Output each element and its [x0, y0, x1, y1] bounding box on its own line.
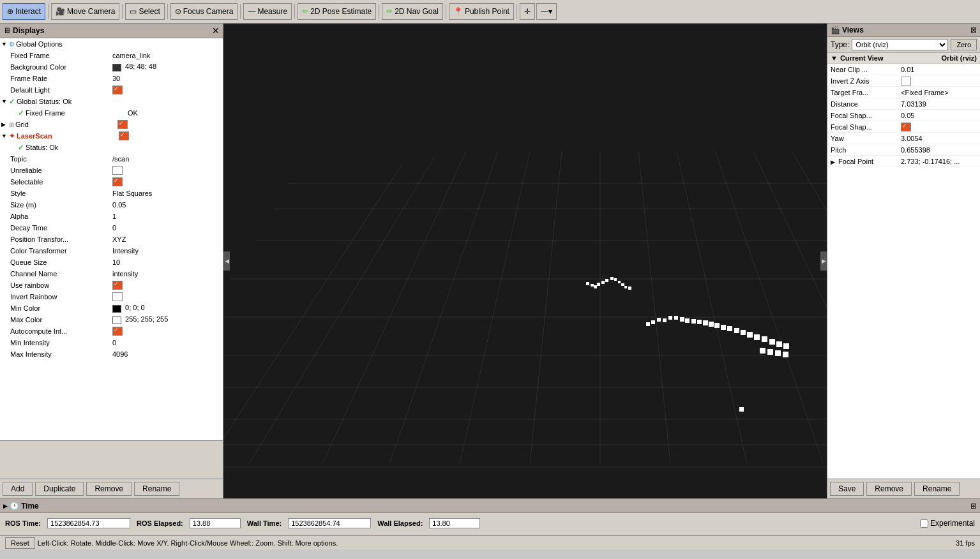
select-button[interactable]: ▭ Select: [125, 3, 164, 20]
ls-autocompute-checkbox[interactable]: [112, 327, 123, 336]
views-save-button[interactable]: Save: [830, 482, 864, 496]
nav-goal-button[interactable]: ✏ 2D Nav Goal: [382, 3, 443, 20]
views-expand-icon[interactable]: ⊠: [970, 26, 977, 34]
global-status-row[interactable]: ▼ ✓ Global Status: Ok: [0, 96, 223, 107]
ls-max-color-swatch[interactable]: [112, 317, 121, 324]
ros-time-input[interactable]: [47, 518, 130, 528]
ls-style-value: Flat Squares: [112, 190, 223, 197]
collapse-right-handle[interactable]: ▶: [820, 251, 827, 271]
svg-rect-48: [703, 320, 708, 325]
views-distance-row: Distance 7.03139: [827, 98, 980, 110]
ros-elapsed-label: ROS Elapsed:: [137, 519, 183, 527]
ls-invert-rainbow-checkbox[interactable]: [112, 292, 123, 301]
svg-rect-26: [586, 282, 589, 285]
add-icon-button[interactable]: ✛: [520, 3, 535, 20]
ls-selectable-value[interactable]: [112, 177, 223, 186]
collapse-left-handle[interactable]: ◀: [223, 251, 230, 271]
menu-button[interactable]: —▾: [536, 3, 557, 20]
svg-rect-61: [760, 348, 765, 354]
ls-min-intensity-row: Min Intensity 0: [0, 337, 223, 348]
ls-max-color-label: Max Color: [10, 316, 112, 324]
laserscan-arrow[interactable]: ▼: [1, 133, 9, 139]
views-distance-value: 7.03139: [901, 100, 977, 108]
views-type-label: Type:: [831, 40, 849, 49]
ls-use-rainbow-checkbox[interactable]: [112, 281, 123, 290]
time-expand-icon[interactable]: ⊞: [970, 502, 977, 511]
frame-rate-row: Frame Rate 30: [0, 73, 223, 84]
experimental-label: Experimental: [920, 519, 975, 528]
ls-unreliable-value[interactable]: [112, 166, 223, 175]
pose-estimate-button[interactable]: ✏ 2D Pose Estimate: [298, 3, 376, 20]
views-invert-z-check[interactable]: [901, 77, 911, 86]
duplicate-button[interactable]: Duplicate: [35, 482, 84, 496]
right-panel: 🎬 Views ⊠ Type: Orbit (rviz) Zero ▼ Curr…: [827, 24, 980, 498]
views-current-section: ▼ Current View Orbit (rviz): [827, 53, 980, 64]
svg-rect-29: [597, 283, 600, 286]
grid-icon: ⊞: [9, 121, 14, 128]
grid-checkbox[interactable]: [117, 120, 128, 129]
views-type-select[interactable]: Orbit (rviz): [852, 39, 948, 50]
reset-button[interactable]: Reset: [5, 537, 35, 549]
add-button[interactable]: Add: [3, 482, 33, 496]
fixed-frame-label: Fixed Frame: [10, 52, 112, 59]
ls-decay-label: Decay Time: [10, 224, 112, 232]
views-type-row: Type: Orbit (rviz) Zero: [827, 37, 980, 53]
ls-autocompute-row: Autocompute Int...: [0, 325, 223, 337]
views-invert-z-checkbox[interactable]: [901, 76, 977, 85]
default-light-check[interactable]: [112, 86, 123, 94]
laserscan-row[interactable]: ▼ ✦ LaserScan: [0, 130, 223, 142]
views-remove-button[interactable]: Remove: [866, 482, 912, 496]
default-light-checkbox[interactable]: [112, 86, 223, 94]
views-content: ▼ Current View Orbit (rviz) Near Clip ..…: [827, 53, 980, 479]
laserscan-checkbox[interactable]: [119, 131, 129, 140]
gs-fixed-frame-row: ✓ Fixed Frame OK: [0, 107, 223, 119]
grid-row[interactable]: ▶ ⊞ Grid: [0, 119, 223, 130]
interact-button[interactable]: ⊕ Interact: [3, 3, 45, 20]
grid-label: Grid: [15, 121, 117, 128]
ls-color-transformer-value: Intensity: [112, 247, 223, 255]
views-focal-shape2-checkbox[interactable]: [901, 122, 977, 131]
displays-tree: ▼ ⚙ Global Options Fixed Frame camera_li…: [0, 38, 223, 440]
global-status-arrow[interactable]: ▼: [1, 98, 9, 105]
views-current-view-label: Current View: [840, 54, 884, 62]
focus-camera-button[interactable]: ⊙ Focus Camera: [170, 3, 238, 20]
views-rename-button[interactable]: Rename: [914, 482, 960, 496]
remove-display-button[interactable]: Remove: [86, 482, 132, 496]
ls-use-rainbow-value[interactable]: [112, 281, 223, 290]
measure-button[interactable]: — Measure: [243, 3, 292, 20]
views-focal-shape2-check[interactable]: [901, 123, 911, 131]
ls-autocompute-value[interactable]: [112, 327, 223, 336]
publish-point-button[interactable]: 📍 Publish Point: [449, 3, 514, 20]
wall-time-input[interactable]: [288, 518, 371, 528]
focal-point-arrow[interactable]: ▶: [831, 159, 835, 165]
svg-rect-38: [646, 322, 650, 326]
ls-min-color-swatch[interactable]: [112, 305, 121, 313]
grid-arrow[interactable]: ▶: [1, 121, 9, 128]
experimental-checkbox[interactable]: [920, 519, 928, 528]
gs-fixed-frame-label: Fixed Frame: [26, 109, 128, 117]
ls-status-row: ✓ Status: Ok: [0, 142, 223, 153]
move-camera-button[interactable]: 🎥 Move Camera: [51, 3, 119, 20]
views-distance-label: Distance: [831, 100, 901, 108]
publish-point-icon: 📍: [453, 7, 463, 16]
bg-color-label: Background Color: [10, 63, 112, 71]
3d-viewport[interactable]: ◀: [223, 24, 827, 498]
ros-elapsed-input[interactable]: [190, 518, 241, 528]
wall-elapsed-input[interactable]: [429, 518, 480, 528]
displays-close-icon[interactable]: ✕: [212, 26, 220, 36]
views-focal-point-row: ▶ Focal Point 2.733; -0.17416; ...: [827, 156, 980, 167]
grid-svg: [223, 24, 827, 498]
ls-max-color-row: Max Color 255; 255; 255: [0, 314, 223, 325]
global-options-arrow[interactable]: ▼: [1, 41, 9, 47]
ls-selectable-checkbox[interactable]: [112, 177, 123, 186]
ls-unreliable-checkbox[interactable]: [112, 166, 123, 175]
time-collapse-arrow[interactable]: ▶: [3, 503, 8, 509]
views-zero-button[interactable]: Zero: [951, 39, 977, 50]
rename-display-button[interactable]: Rename: [134, 482, 179, 496]
ls-invert-rainbow-value[interactable]: [112, 292, 223, 301]
toolbar-separator-8: [516, 4, 517, 19]
toolbar-separator-3: [167, 4, 168, 19]
views-section-arrow[interactable]: ▼: [831, 54, 838, 62]
ls-min-intensity-label: Min Intensity: [10, 339, 112, 347]
global-options-row[interactable]: ▼ ⚙ Global Options: [0, 38, 223, 50]
